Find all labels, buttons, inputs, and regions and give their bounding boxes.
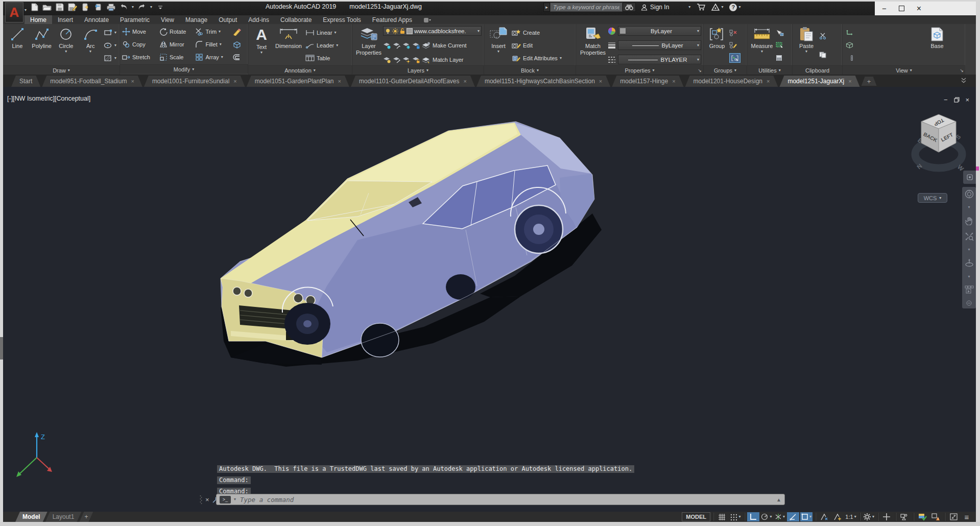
application-menu-arrow-icon[interactable]: ▾ [25, 8, 27, 12]
copy-clip-button[interactable] [819, 50, 826, 60]
command-close-button[interactable]: × [205, 496, 209, 504]
panel-groups-footer[interactable]: Groups▾ [704, 65, 747, 75]
ribbon-tab-addins[interactable]: Add-ins [243, 15, 275, 24]
rectangle-button[interactable]: ▾ [104, 28, 116, 38]
view-dialog-launcher[interactable]: ↘ [960, 68, 964, 73]
tab-close-icon[interactable]: × [848, 78, 851, 84]
panel-draw-footer[interactable]: Draw▾ [3, 65, 119, 75]
panel-utilities-footer[interactable]: Utilities▾ [747, 65, 792, 75]
group-selection-toggle[interactable] [729, 53, 740, 63]
customization-button[interactable]: ≡ [961, 512, 973, 521]
jaguar-xj-3d-model[interactable] [214, 105, 613, 370]
polar-tracking-toggle[interactable]: ▾ [760, 512, 773, 521]
workspace-switching-button[interactable]: ▾ [863, 512, 875, 521]
recent-commands-icon[interactable]: ▾ [234, 497, 236, 501]
mirror-button[interactable]: Mirror [159, 39, 190, 49]
command-expand-icon[interactable]: ▲ [776, 497, 781, 503]
dynamic-input-toggle[interactable] [880, 512, 893, 521]
ortho-toggle[interactable] [747, 512, 759, 521]
command-input-bar[interactable]: >_ ▾ ▲ [216, 494, 785, 505]
ribbon-tab-view[interactable]: View [155, 15, 180, 24]
model-tab[interactable]: Model [15, 512, 47, 522]
save-button[interactable] [55, 3, 64, 12]
viewport-controls-label[interactable]: [-][NW Isometric][Conceptual] [7, 95, 90, 102]
panel-properties-footer[interactable]: Properties▾ [576, 65, 703, 75]
tab-close-icon[interactable]: × [767, 78, 770, 84]
sign-in-arrow-icon[interactable]: ▾ [688, 5, 690, 9]
undo-button[interactable] [119, 3, 128, 12]
dimension-button[interactable]: Dimension [273, 26, 304, 65]
new-drawing-button[interactable]: + [862, 77, 877, 86]
text-button[interactable]: A Text ▾ [250, 26, 273, 65]
plot-button[interactable] [106, 3, 115, 12]
base-view-button[interactable]: Base [925, 26, 949, 65]
save-as-button[interactable] [68, 3, 77, 12]
ribbon-tab-collaborate[interactable]: Collaborate [275, 15, 317, 24]
tab-overflow-button[interactable] [961, 77, 967, 84]
file-tab-start[interactable]: Start [11, 76, 40, 87]
panel-annotation-footer[interactable]: Annotation▾ [248, 65, 352, 75]
group-button[interactable]: Group [706, 26, 728, 65]
viewcube[interactable]: N W S E TOP BACK LEFT [910, 107, 969, 186]
tab-close-icon[interactable]: × [233, 78, 236, 84]
navbar-badge[interactable] [963, 171, 976, 184]
table-button[interactable]: Table [305, 53, 338, 63]
scale-button[interactable]: Scale [159, 52, 190, 62]
insert-block-button[interactable]: Insert ▾ [486, 26, 511, 65]
help-button[interactable]: ?▾ [729, 4, 740, 11]
polyline-button[interactable]: Polyline [30, 26, 54, 65]
a360-button[interactable]: ▾ [711, 4, 723, 11]
doc-minimize-button[interactable]: − [944, 96, 948, 104]
store-cart-button[interactable] [697, 4, 705, 11]
ribbon-options-button[interactable] [418, 15, 437, 24]
open-file-button[interactable] [42, 3, 52, 12]
viewcube-toggle[interactable] [846, 40, 853, 50]
wcs-dropdown[interactable]: WCS▾ [918, 193, 947, 203]
make-current-button[interactable]: Make Current [433, 42, 467, 49]
tab-close-icon[interactable]: × [464, 78, 467, 84]
clean-screen-button[interactable] [947, 512, 960, 521]
selection-cycling-toggle[interactable] [898, 512, 911, 521]
snap-toggle[interactable]: ▾ [729, 512, 742, 521]
doc-close-button[interactable]: × [966, 96, 970, 104]
panel-block-footer[interactable]: Block▾ [484, 65, 576, 75]
tab-close-icon[interactable]: × [599, 78, 602, 84]
annotation-scale-button[interactable]: 1:1▾ [845, 512, 857, 521]
graphics-performance-toggle[interactable] [916, 512, 928, 521]
ribbon-tab-parametric[interactable]: Parametric [114, 15, 155, 24]
ribbon-tab-manage[interactable]: Manage [180, 15, 213, 24]
ellipse-button[interactable]: ▾ [104, 40, 116, 50]
window-close-button[interactable]: × [917, 4, 921, 13]
match-properties-button[interactable]: Match Properties [578, 26, 608, 65]
ribbon-tab-featured-apps[interactable]: Featured Apps [367, 15, 418, 24]
file-tab-active[interactable]: model1251-JaguarXj× [779, 76, 859, 87]
annotation-monitor-toggle[interactable]: ! [929, 512, 942, 521]
tab-close-icon[interactable]: × [338, 78, 341, 84]
ribbon-tab-output[interactable]: Output [213, 15, 243, 24]
application-menu-button[interactable]: A [5, 2, 23, 22]
quick-calc-button[interactable] [776, 53, 784, 63]
window-maximize-button[interactable] [899, 6, 904, 11]
undo-arrow-icon[interactable]: ▾ [132, 5, 134, 9]
show-motion-button[interactable] [965, 285, 974, 294]
search-input[interactable] [550, 3, 623, 12]
drawing-viewport[interactable]: [-][NW Isometric][Conceptual] − × [3, 87, 976, 512]
autoscale-toggle[interactable] [831, 512, 844, 521]
redo-arrow-icon[interactable]: ▾ [150, 5, 152, 9]
file-tab[interactable]: model951-Football_Stadium× [42, 76, 142, 87]
properties-dialog-launcher[interactable]: ↘ [698, 68, 702, 73]
fillet-button[interactable]: Fillet▾ [195, 39, 227, 49]
new-layout-button[interactable]: + [79, 512, 93, 522]
rotate-button[interactable]: Rotate [159, 27, 190, 36]
edit-block-button[interactable]: Edit [512, 40, 562, 50]
navbar-customize-button[interactable] [966, 300, 972, 306]
file-tab[interactable]: model1201-HouseDesign× [685, 76, 778, 87]
isodraft-toggle[interactable]: ▾ [774, 512, 786, 521]
stretch-button[interactable]: Stretch [122, 52, 154, 62]
match-layer-button[interactable]: Match Layer [433, 57, 464, 63]
object-color-dropdown[interactable]: ByLayer▾ [618, 26, 701, 36]
ungroup-button[interactable] [729, 28, 740, 38]
select-similar-button[interactable] [776, 40, 784, 50]
linetype-dropdown[interactable]: BYLAYER▾ [618, 55, 701, 64]
layer-dropdown[interactable]: www.cadblocksfree. ▾ [383, 26, 482, 36]
